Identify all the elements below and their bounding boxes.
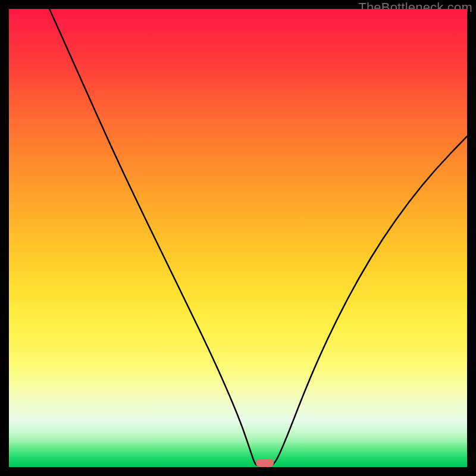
curve-layer [9, 9, 467, 467]
chart-frame: TheBottleneck.com [0, 0, 476, 476]
optimal-marker [256, 459, 274, 467]
bottleneck-curve [49, 9, 467, 466]
plot-area [9, 9, 467, 467]
